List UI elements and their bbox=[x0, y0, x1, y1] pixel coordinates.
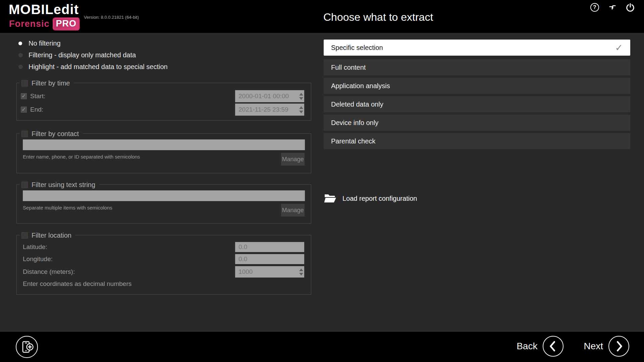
app-logo-forensic: Forensic bbox=[9, 19, 50, 29]
power-icon bbox=[626, 3, 635, 12]
filter-by-time-legend: Filter by time bbox=[19, 78, 74, 88]
start-label: Start: bbox=[30, 93, 45, 100]
start-datetime-spinner[interactable] bbox=[298, 90, 304, 102]
next-button[interactable]: Next bbox=[584, 336, 629, 357]
next-label: Next bbox=[584, 341, 603, 352]
end-checkbox[interactable]: ✓ bbox=[21, 107, 27, 113]
footer-bar: Back Next bbox=[0, 332, 644, 362]
load-report-configuration-button[interactable]: Load report configuration bbox=[324, 191, 417, 206]
manage-text-strings-button[interactable]: Manage bbox=[281, 204, 305, 217]
option-label: Application analysis bbox=[331, 82, 390, 90]
mobiledit-window: MOBILedit Forensic PRO Version: 8.0.0.21… bbox=[0, 0, 644, 362]
add-phone-icon bbox=[19, 340, 34, 354]
start-checkbox[interactable]: ✓ bbox=[21, 93, 27, 99]
latitude-label: Latitude: bbox=[23, 242, 47, 252]
contact-filter-input[interactable] bbox=[23, 139, 305, 150]
spinner-down-icon bbox=[299, 111, 303, 113]
filter-text-string-groupbox: Filter using text string Separate multip… bbox=[16, 184, 311, 224]
filter-by-contact-legend: Filter by contact bbox=[19, 129, 83, 138]
contact-filter-hint: Enter name, phone, or ID separated with … bbox=[23, 154, 140, 160]
filter-location-label: Filter location bbox=[32, 232, 71, 239]
option-application-analysis[interactable]: Application analysis bbox=[324, 78, 630, 94]
power-button[interactable] bbox=[625, 2, 635, 12]
restore-window-icon bbox=[608, 3, 616, 11]
option-deleted-data-only[interactable]: Deleted data only bbox=[324, 96, 630, 112]
filter-location-legend: Filter location bbox=[19, 231, 75, 240]
spinner-up-icon bbox=[299, 106, 303, 109]
version-text: Version: 8.0.0.21821 (64-bit) bbox=[84, 15, 139, 20]
filter-text-string-legend: Filter using text string bbox=[19, 180, 99, 189]
app-logo-subtitle: Forensic PRO bbox=[9, 17, 80, 31]
load-report-configuration-label: Load report configuration bbox=[342, 195, 417, 202]
pro-badge: PRO bbox=[53, 17, 80, 31]
open-folder-icon bbox=[324, 193, 337, 203]
window-controls: ? bbox=[590, 2, 635, 12]
option-full-content[interactable]: Full content bbox=[324, 59, 630, 75]
help-icon: ? bbox=[590, 3, 599, 12]
start-field-label: ✓ Start: bbox=[21, 90, 45, 102]
end-field-label: ✓ End: bbox=[21, 104, 43, 116]
radio-unselected-icon bbox=[18, 53, 23, 57]
chevron-left-icon bbox=[543, 336, 563, 357]
radio-unselected-icon bbox=[18, 65, 23, 69]
end-datetime-input[interactable] bbox=[235, 104, 304, 116]
option-parental-check[interactable]: Parental check bbox=[324, 133, 630, 149]
option-specific-selection[interactable]: Specific selection ✓ bbox=[324, 40, 630, 56]
filter-by-time-groupbox: Filter by time ✓ Start: ✓ End: bbox=[16, 83, 311, 121]
page-title: Choose what to extract bbox=[323, 11, 433, 23]
end-datetime-spinner[interactable] bbox=[298, 104, 304, 116]
radio-label: Highlight - add matched data to special … bbox=[29, 63, 168, 71]
help-button[interactable]: ? bbox=[590, 2, 600, 12]
spinner-down-icon bbox=[299, 97, 303, 100]
filter-by-contact-checkbox[interactable] bbox=[21, 131, 28, 137]
filter-text-string-checkbox[interactable] bbox=[21, 182, 28, 188]
wizard-navigation: Back Next bbox=[517, 336, 629, 357]
back-label: Back bbox=[517, 341, 537, 352]
filter-by-contact-groupbox: Filter by contact Enter name, phone, or … bbox=[16, 133, 311, 173]
radio-no-filtering[interactable]: No filtering bbox=[18, 38, 61, 48]
spinner-down-icon bbox=[299, 273, 303, 276]
radio-label: No filtering bbox=[29, 40, 61, 47]
filter-by-contact-label: Filter by contact bbox=[32, 130, 79, 138]
option-label: Parental check bbox=[331, 137, 375, 145]
app-logo-title: MOBILedit bbox=[9, 2, 79, 17]
option-device-info-only[interactable]: Device info only bbox=[324, 115, 630, 131]
distance-label: Distance (meters): bbox=[23, 266, 75, 278]
option-label: Deleted data only bbox=[331, 101, 383, 108]
main-content: No filtering Filtering - display only ma… bbox=[0, 33, 644, 332]
filter-location-groupbox: Filter location Latitude: Longitude: Dis… bbox=[16, 235, 311, 295]
filter-location-checkbox[interactable] bbox=[21, 232, 28, 239]
header-bar: MOBILedit Forensic PRO Version: 8.0.0.21… bbox=[0, 0, 644, 33]
text-string-filter-input[interactable] bbox=[23, 190, 305, 201]
restore-window-button[interactable] bbox=[607, 2, 618, 12]
back-circle bbox=[543, 336, 564, 357]
radio-label: Filtering - display only matched data bbox=[29, 51, 136, 59]
latitude-input[interactable] bbox=[235, 242, 304, 252]
radio-filtering-matched[interactable]: Filtering - display only matched data bbox=[18, 50, 136, 60]
next-circle bbox=[608, 336, 629, 357]
spinner-up-icon bbox=[299, 268, 303, 271]
spinner-up-icon bbox=[299, 93, 303, 96]
distance-input[interactable] bbox=[235, 266, 304, 278]
add-device-button[interactable] bbox=[16, 336, 38, 358]
checkmark-icon: ✓ bbox=[615, 42, 623, 53]
manage-contacts-button[interactable]: Manage bbox=[281, 153, 305, 166]
longitude-input[interactable] bbox=[235, 254, 304, 264]
option-label: Specific selection bbox=[331, 44, 383, 52]
radio-highlight-matched[interactable]: Highlight - add matched data to special … bbox=[18, 62, 168, 72]
end-label: End: bbox=[30, 106, 43, 113]
filter-by-time-checkbox[interactable] bbox=[21, 80, 28, 86]
chevron-right-icon bbox=[609, 336, 629, 357]
radio-selected-icon bbox=[18, 42, 22, 45]
filter-by-time-label: Filter by time bbox=[32, 79, 70, 87]
start-datetime-input[interactable] bbox=[235, 90, 304, 102]
longitude-label: Longitude: bbox=[23, 254, 53, 264]
distance-spinner[interactable] bbox=[298, 266, 304, 278]
filter-text-string-label: Filter using text string bbox=[32, 181, 95, 189]
option-label: Full content bbox=[331, 64, 366, 71]
text-string-filter-hint: Separate multiple items with semicolons bbox=[23, 205, 112, 210]
location-hint: Enter coordinates as decimal numbers bbox=[23, 280, 131, 288]
back-button[interactable]: Back bbox=[517, 336, 564, 357]
option-label: Device info only bbox=[331, 119, 378, 127]
